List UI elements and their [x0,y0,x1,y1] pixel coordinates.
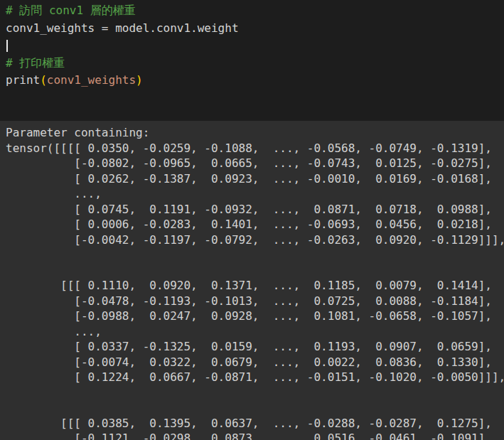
text-cursor [6,40,8,52]
code-assignment-statement: conv1_weights = model.conv1.weight [6,21,239,35]
close-paren: ) [136,73,143,87]
code-line-1[interactable]: # 訪問 conv1 層的權重 [6,2,498,20]
code-line-5[interactable]: print(conv1_weights) [6,72,498,90]
code-line-4[interactable]: # 打印權重 [6,55,498,73]
print-argument: conv1_weights [47,73,136,87]
code-comment-print-weights: # 打印權重 [6,56,65,70]
code-line-2[interactable]: conv1_weights = model.conv1.weight [6,20,498,38]
print-function-name: print [6,73,40,87]
code-editor[interactable]: # 訪問 conv1 層的權重 conv1_weights = model.co… [0,0,504,121]
code-comment-access-weights: # 訪問 conv1 層的權重 [6,4,136,17]
tensor-output-text: Parameter containing: tensor([[[[ 0.0350… [0,121,504,440]
notebook: # 訪問 conv1 層的權重 conv1_weights = model.co… [0,0,504,440]
open-paren: ( [40,73,47,87]
code-line-3[interactable] [6,37,498,55]
output-area: Parameter containing: tensor([[[[ 0.0350… [0,121,504,440]
